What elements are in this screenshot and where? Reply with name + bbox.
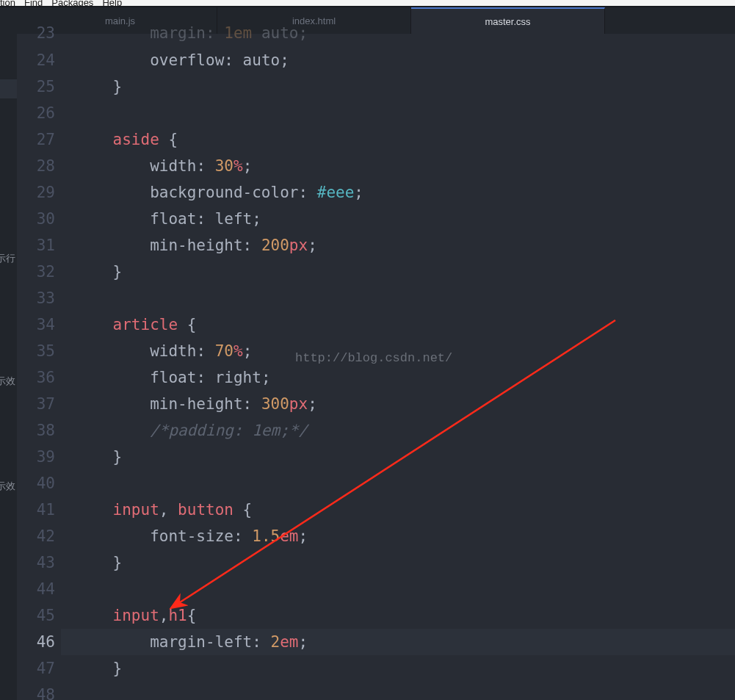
line-number: 25 xyxy=(17,73,55,100)
line-number: 23 xyxy=(17,26,55,47)
line-number: 46 xyxy=(17,629,55,655)
code-line[interactable] xyxy=(76,576,735,602)
code-area[interactable]: margin: 1em auto; overflow: auto; } asid… xyxy=(61,34,735,700)
line-number: 36 xyxy=(17,364,55,391)
code-line[interactable]: input,h1{ xyxy=(76,602,735,629)
tree-active-marker xyxy=(0,79,17,98)
code-line[interactable]: width: 30%; xyxy=(76,153,735,179)
line-number: 27 xyxy=(17,126,55,153)
code-line[interactable]: overflow: auto; xyxy=(76,47,735,73)
tree-item-fragment[interactable]: 示效 xyxy=(0,480,15,493)
code-line[interactable]: input, button { xyxy=(76,497,735,523)
code-line[interactable]: font-size: 1.5em; xyxy=(76,523,735,549)
line-number: 42 xyxy=(17,523,55,549)
code-line[interactable] xyxy=(76,682,735,700)
code-line[interactable]: margin: 1em auto; xyxy=(76,26,735,47)
workspace: 示行示效示效 232425262728293031323334353637383… xyxy=(0,34,735,700)
line-number: 33 xyxy=(17,285,55,311)
line-number: 28 xyxy=(17,153,55,179)
code-line[interactable]: margin-left: 2em; xyxy=(61,629,735,655)
code-line[interactable]: min-height: 300px; xyxy=(76,391,735,417)
code-line[interactable] xyxy=(76,470,735,497)
menu-item[interactable]: Find xyxy=(24,0,43,6)
code-line[interactable]: } xyxy=(76,444,735,470)
line-number: 29 xyxy=(17,179,55,206)
line-number: 43 xyxy=(17,549,55,576)
code-line[interactable]: float: right; xyxy=(76,364,735,391)
menu-bar[interactable]: tionFindPackagesHelp xyxy=(0,0,735,6)
line-number: 34 xyxy=(17,311,55,338)
line-number: 45 xyxy=(17,602,55,629)
code-line[interactable]: } xyxy=(76,655,735,682)
tree-item-fragment[interactable]: 示行 xyxy=(0,252,15,265)
line-number: 32 xyxy=(17,259,55,285)
line-number: 47 xyxy=(17,655,55,682)
code-line[interactable]: aside { xyxy=(76,126,735,153)
code-line[interactable]: background-color: #eee; xyxy=(76,179,735,206)
menu-item[interactable]: Help xyxy=(102,0,122,6)
code-line[interactable] xyxy=(76,285,735,311)
menu-item[interactable]: Packages xyxy=(51,0,93,6)
line-number: 31 xyxy=(17,232,55,259)
line-number-gutter: 2324252627282930313233343536373839404142… xyxy=(17,34,61,700)
code-line[interactable]: article { xyxy=(76,311,735,338)
tree-item-fragment[interactable]: 示效 xyxy=(0,375,15,388)
code-line[interactable]: float: left; xyxy=(76,206,735,232)
code-line[interactable]: } xyxy=(76,73,735,100)
vertical-scrollbar[interactable] xyxy=(731,34,735,700)
line-number: 41 xyxy=(17,497,55,523)
line-number: 37 xyxy=(17,391,55,417)
code-editor[interactable]: 2324252627282930313233343536373839404142… xyxy=(17,34,735,700)
line-number: 24 xyxy=(17,47,55,73)
line-number: 26 xyxy=(17,100,55,126)
line-number: 44 xyxy=(17,576,55,602)
menu-item[interactable]: tion xyxy=(0,0,15,6)
line-number: 38 xyxy=(17,417,55,444)
line-number: 35 xyxy=(17,338,55,364)
code-line[interactable]: min-height: 200px; xyxy=(76,232,735,259)
line-number: 39 xyxy=(17,444,55,470)
code-line[interactable]: } xyxy=(76,549,735,576)
side-panel: 示行示效示效 xyxy=(0,34,17,700)
code-line[interactable]: /*padding: 1em;*/ xyxy=(76,417,735,444)
code-line[interactable] xyxy=(76,100,735,126)
code-line[interactable]: width: 70%; xyxy=(76,338,735,364)
line-number: 30 xyxy=(17,206,55,232)
line-number: 40 xyxy=(17,470,55,497)
code-line[interactable]: } xyxy=(76,259,735,285)
line-number: 48 xyxy=(17,682,55,700)
